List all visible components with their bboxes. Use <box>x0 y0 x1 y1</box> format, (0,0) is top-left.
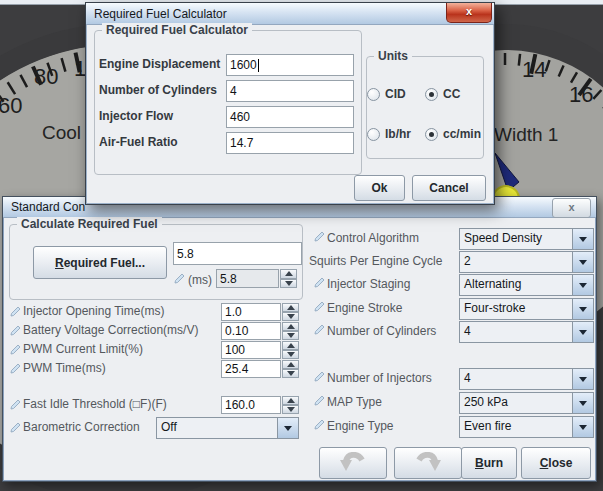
engine-type-dropdown[interactable]: Even fire <box>459 416 594 438</box>
spin-up-button[interactable] <box>282 322 299 331</box>
chevron-down-icon[interactable] <box>572 393 593 413</box>
pencil-icon <box>313 394 326 407</box>
pwm-current-limit-label: PWM Current Limit(%) <box>23 342 143 356</box>
radio-icon <box>425 88 438 101</box>
fuel-calc-title-bar[interactable]: Required Fuel Calculator <box>86 3 494 25</box>
chevron-down-icon[interactable] <box>572 369 593 389</box>
spin-up-button[interactable] <box>282 341 299 350</box>
required-fuel-ms-spinner[interactable]: 5.8 <box>216 269 297 288</box>
fast-idle-threshold-spinner[interactable]: 160.0 <box>221 396 299 414</box>
pwm-time-label: PWM Time(ms) <box>23 361 106 375</box>
chevron-down-icon[interactable] <box>572 299 593 319</box>
constants-close-button[interactable]: x <box>552 198 591 218</box>
fuel-calc-window-title: Required Fuel Calculator <box>94 7 227 21</box>
units-group: Units <box>366 56 484 159</box>
control-algorithm-dropdown[interactable]: Speed Density <box>459 228 594 250</box>
left-gauge-label: Cool <box>42 122 81 144</box>
number-of-injectors-dropdown[interactable]: 4 <box>459 368 594 390</box>
injector-flow-label: Injector Flow <box>99 109 173 123</box>
map-type-dropdown[interactable]: 250 kPa <box>459 392 594 414</box>
chevron-down-icon[interactable] <box>572 322 593 342</box>
close-button[interactable]: Close <box>521 447 591 479</box>
redo-button[interactable] <box>394 447 462 479</box>
number-of-cylinders-input[interactable]: 4 <box>226 80 354 102</box>
fast-idle-threshold-label: Fast Idle Threshold (□F)(F) <box>23 397 167 411</box>
spin-down-button[interactable] <box>282 312 299 321</box>
spin-up-button[interactable] <box>282 396 299 405</box>
pencil-icon <box>9 398 22 411</box>
number-of-cylinders-label: Number of Cylinders <box>327 324 436 338</box>
left-gauge-tick-80: 80 <box>34 64 58 90</box>
battery-voltage-correction-spinner[interactable]: 0.10 <box>221 322 299 340</box>
spin-down-button[interactable] <box>282 405 299 414</box>
redo-arrow-icon <box>413 452 443 474</box>
spin-down-button[interactable] <box>282 350 299 359</box>
group-title: Required Fuel Calculator <box>102 23 252 37</box>
squirts-per-cycle-label: Squirts Per Engine Cycle <box>309 254 442 268</box>
air-fuel-ratio-label: Air-Fuel Ratio <box>99 135 178 149</box>
injector-opening-time-label: Injector Opening Time(ms) <box>23 304 164 318</box>
undo-button[interactable] <box>319 447 387 479</box>
pwm-time-spinner[interactable]: 25.4 <box>221 360 299 378</box>
fuel-calc-close-button[interactable]: x <box>446 3 492 23</box>
units-cid-radio[interactable]: CID <box>367 87 406 101</box>
pencil-icon <box>9 343 22 356</box>
spin-up-button[interactable] <box>282 303 299 312</box>
constants-window-title: Standard Con <box>11 200 85 214</box>
pencil-icon <box>313 230 326 243</box>
right-gauge-tick-16: 16 <box>569 82 593 108</box>
pencil-icon <box>313 370 326 383</box>
engine-displacement-label: Engine Displacement <box>99 57 220 71</box>
group-title: Units <box>374 49 412 63</box>
right-gauge-label: Width 1 <box>494 124 558 146</box>
battery-voltage-correction-label: Battery Voltage Correction(ms/V) <box>23 323 198 337</box>
required-fuel-button[interactable]: Required Fuel... <box>33 246 167 279</box>
barometric-correction-label: Barometric Correction <box>23 420 140 434</box>
text-cursor <box>258 59 259 72</box>
required-fuel-calculator-dialog: Required Fuel Calculator x Required Fuel… <box>85 2 495 205</box>
engine-type-label: Engine Type <box>327 419 394 433</box>
ms-label: (ms) <box>188 273 212 287</box>
chevron-down-icon[interactable] <box>572 229 593 249</box>
units-cc-radio[interactable]: CC <box>425 87 460 101</box>
left-gauge-tick-60: 60 <box>0 93 22 119</box>
number-of-cylinders-label: Number of Cylinders <box>99 83 217 97</box>
radio-icon <box>367 88 380 101</box>
squirts-per-cycle-dropdown[interactable]: 2 <box>459 251 594 273</box>
injector-flow-input[interactable]: 460 <box>226 106 354 128</box>
pencil-icon <box>313 323 326 336</box>
units-lbhr-radio[interactable]: lb/hr <box>367 127 411 141</box>
chevron-down-icon[interactable] <box>277 418 298 438</box>
pwm-current-limit-spinner[interactable]: 100 <box>221 341 299 359</box>
cancel-button[interactable]: Cancel <box>412 175 486 201</box>
spin-down-button[interactable] <box>282 369 299 378</box>
spin-up-button[interactable] <box>282 360 299 369</box>
ok-button[interactable]: Ok <box>354 175 405 201</box>
radio-icon <box>367 128 380 141</box>
air-fuel-ratio-input[interactable]: 14.7 <box>226 132 354 154</box>
pencil-icon <box>313 276 326 289</box>
engine-displacement-input[interactable]: 1600 <box>226 54 354 76</box>
injector-staging-label: Injector Staging <box>327 277 410 291</box>
barometric-correction-dropdown[interactable]: Off <box>156 417 299 439</box>
spin-down-button[interactable] <box>280 279 297 289</box>
spin-up-button[interactable] <box>280 269 297 279</box>
units-ccmin-radio[interactable]: cc/min <box>425 127 481 141</box>
app-screen: 60 80 100 Cool 14 16 Width 1 Standard <box>0 0 603 491</box>
chevron-down-icon[interactable] <box>572 275 593 295</box>
group-title: Calculate Required Fuel <box>17 217 162 231</box>
engine-stroke-dropdown[interactable]: Four-stroke <box>459 298 594 320</box>
radio-icon <box>425 128 438 141</box>
required-fuel-value-input[interactable]: 5.8 <box>173 242 302 265</box>
spin-down-button[interactable] <box>282 331 299 340</box>
burn-button[interactable]: Burn <box>461 447 517 479</box>
pencil-icon <box>313 300 326 313</box>
number-of-cylinders-dropdown[interactable]: 4 <box>459 321 594 343</box>
injector-opening-time-spinner[interactable]: 1.0 <box>221 303 299 321</box>
injector-staging-dropdown[interactable]: Alternating <box>459 274 594 296</box>
number-of-injectors-label: Number of Injectors <box>327 371 432 385</box>
pencil-icon <box>9 305 22 318</box>
chevron-down-icon[interactable] <box>572 417 593 437</box>
pencil-icon <box>9 421 22 434</box>
chevron-down-icon[interactable] <box>572 252 593 272</box>
